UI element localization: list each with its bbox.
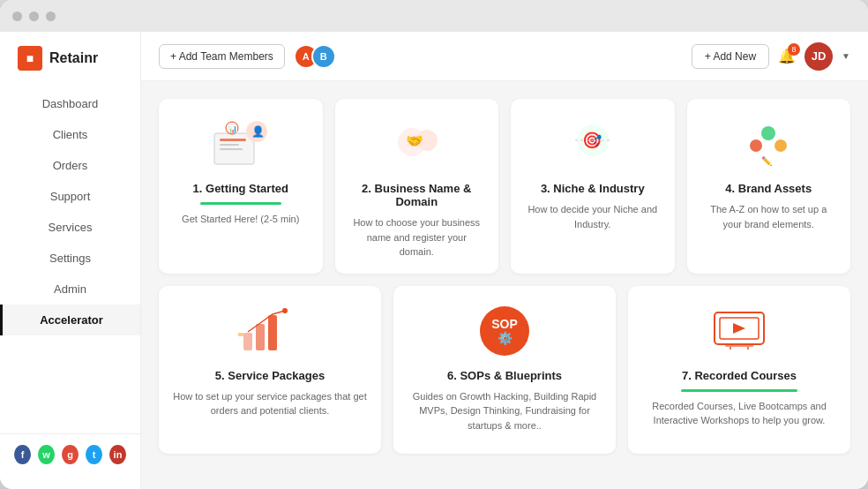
sop-text: SOP — [491, 317, 518, 331]
twitter-icon[interactable]: t — [86, 445, 102, 464]
svg-rect-19 — [256, 324, 265, 350]
card-brand-assets[interactable]: ✏️ 4. Brand Assets The A-Z on how to set… — [687, 99, 851, 274]
sidebar-item-accelerator[interactable]: Accelerator — [0, 305, 140, 335]
business-name-title: 2. Business Name & Domain — [349, 182, 485, 208]
svg-rect-23 — [238, 333, 243, 336]
brand-illustration: ✏️ — [733, 113, 804, 175]
brand-desc: The A-Z on how to set up a your brand el… — [701, 202, 837, 231]
svg-text:📊: 📊 — [228, 124, 237, 133]
sops-desc: Guides on Growth Hacking, Building Rapid… — [408, 389, 602, 433]
recorded-courses-title: 7. Recorded Courses — [642, 369, 836, 382]
getting-started-desc: Get Started Here! (2-5 min) — [182, 212, 299, 227]
svg-rect-27 — [725, 344, 753, 347]
sidebar-item-admin[interactable]: Admin — [0, 274, 140, 305]
card-sops-blueprints[interactable]: SOP ⚙️ 6. SOPs & Blueprints Guides on Gr… — [393, 286, 616, 454]
svg-point-15 — [750, 139, 762, 152]
titlebar — [0, 0, 868, 32]
recorded-courses-desc: Recorded Courses, Live Bootcamps and Int… — [642, 399, 836, 428]
svg-text:🤝: 🤝 — [406, 132, 423, 149]
brand-title: 4. Brand Assets — [701, 182, 837, 195]
team-avatars: A B — [294, 44, 336, 69]
add-new-button[interactable]: + Add New — [692, 44, 769, 69]
notifications-button[interactable]: 🔔 8 — [778, 48, 796, 64]
sidebar-social: f w g t in — [0, 433, 140, 475]
svg-point-16 — [774, 139, 787, 152]
recorded-courses-underline — [681, 389, 797, 392]
card-niche-industry[interactable]: 🎯 3. Niche & Industry How to decide your… — [511, 99, 675, 274]
app-window: ■ Retainr Dashboard Clients Orders Suppo… — [0, 0, 868, 489]
recorded-courses-illustration — [704, 300, 774, 362]
google-icon[interactable]: g — [62, 445, 79, 464]
svg-rect-18 — [243, 333, 252, 350]
sidebar-item-support[interactable]: Support — [0, 181, 140, 212]
team-avatar-2: B — [311, 44, 336, 69]
service-packages-title: 5. Service Packages — [173, 369, 367, 382]
user-dropdown-arrow[interactable]: ▼ — [842, 51, 850, 61]
cards-row-1: 👤 📊 1. Getting Started Get Started Here!… — [159, 99, 850, 274]
svg-point-14 — [761, 126, 775, 140]
sop-badge: SOP ⚙️ — [480, 306, 529, 356]
card-business-name[interactable]: 🤝 2. Business Name & Domain How to choos… — [335, 99, 499, 274]
sidebar-item-settings[interactable]: Settings — [0, 243, 140, 274]
sops-title: 6. SOPs & Blueprints — [408, 369, 602, 382]
logo-area: ■ Retainr — [0, 46, 140, 88]
svg-rect-20 — [268, 315, 277, 350]
cards-area: 👤 📊 1. Getting Started Get Started Here!… — [141, 81, 868, 489]
sops-illustration: SOP ⚙️ — [469, 300, 540, 362]
getting-started-underline — [200, 202, 281, 205]
sidebar-item-dashboard[interactable]: Dashboard — [0, 88, 140, 119]
notification-badge: 8 — [788, 43, 800, 56]
cards-row-2: 📈 5. Service Packages How to set up your… — [159, 286, 850, 454]
sop-gear-icon: ⚙️ — [498, 331, 513, 345]
svg-text:📈: 📈 — [281, 324, 296, 339]
titlebar-dot-2 — [29, 11, 39, 21]
topbar-left: + Add Team Members A B — [159, 44, 336, 69]
svg-rect-1 — [220, 139, 246, 141]
svg-rect-3 — [220, 148, 243, 150]
add-team-label: + Add Team Members — [170, 50, 273, 63]
getting-started-title: 1. Getting Started — [173, 182, 309, 195]
sidebar: ■ Retainr Dashboard Clients Orders Suppo… — [0, 32, 141, 489]
niche-desc: How to decide your Niche and Industry. — [525, 202, 661, 231]
whatsapp-icon[interactable]: w — [38, 445, 55, 464]
sidebar-nav: Dashboard Clients Orders Support Service… — [0, 88, 140, 433]
svg-text:✏️: ✏️ — [761, 155, 773, 167]
topbar-right: + Add New 🔔 8 JD ▼ — [692, 42, 850, 71]
logo-text: Retainr — [49, 50, 98, 66]
sidebar-item-services[interactable]: Services — [0, 212, 140, 243]
sidebar-item-clients[interactable]: Clients — [0, 119, 140, 150]
app-body: ■ Retainr Dashboard Clients Orders Suppo… — [0, 32, 868, 489]
svg-point-21 — [282, 308, 288, 313]
card-getting-started[interactable]: 👤 📊 1. Getting Started Get Started Here!… — [159, 99, 323, 274]
service-packages-illustration: 📈 — [235, 300, 305, 362]
svg-text:👤: 👤 — [251, 124, 265, 138]
linkedin-icon[interactable]: in — [109, 445, 126, 464]
titlebar-dot-1 — [12, 11, 22, 21]
svg-rect-2 — [220, 144, 239, 146]
getting-started-illustration: 👤 📊 — [206, 113, 276, 175]
topbar: + Add Team Members A B + Add New 🔔 8 — [141, 32, 868, 81]
card-service-packages[interactable]: 📈 5. Service Packages How to set up your… — [159, 286, 381, 454]
service-packages-desc: How to set up your service packages that… — [173, 389, 367, 418]
sidebar-item-orders[interactable]: Orders — [0, 150, 140, 181]
niche-illustration: 🎯 — [557, 113, 628, 175]
business-name-illustration: 🤝 — [381, 113, 452, 175]
main-content: + Add Team Members A B + Add New 🔔 8 — [141, 32, 868, 489]
business-name-desc: How to choose your business name and reg… — [349, 215, 485, 260]
titlebar-dot-3 — [46, 11, 56, 21]
add-team-button[interactable]: + Add Team Members — [159, 44, 285, 69]
card-recorded-courses[interactable]: 7. Recorded Courses Recorded Courses, Li… — [628, 286, 850, 454]
logo-icon: ■ — [18, 46, 42, 71]
niche-title: 3. Niche & Industry — [525, 182, 661, 195]
svg-marker-26 — [733, 323, 745, 334]
user-avatar-button[interactable]: JD — [804, 42, 833, 71]
add-new-label: + Add New — [705, 50, 756, 63]
facebook-icon[interactable]: f — [14, 445, 31, 464]
